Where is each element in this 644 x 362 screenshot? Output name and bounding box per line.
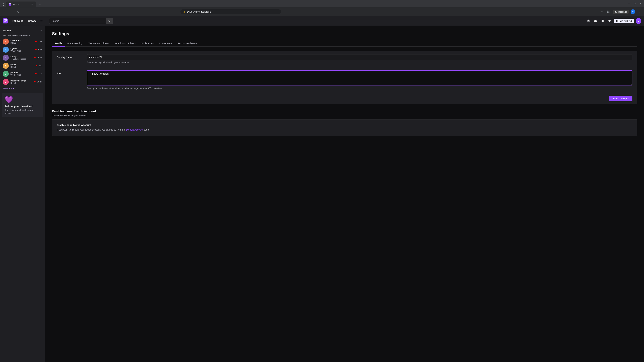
svg-rect-5 [608, 12, 610, 13]
disable-account-link[interactable]: Disable Account [126, 128, 143, 131]
bio-input[interactable]: I'm here to stream! [87, 70, 632, 85]
promo-subtitle: They'll show up here for easy access! [5, 109, 40, 115]
tab-profile[interactable]: Profile [52, 40, 65, 47]
live-dot-joshseki [35, 73, 36, 74]
live-dot-betboom [34, 81, 36, 82]
tab-title: Twitch [13, 3, 29, 6]
nav-more[interactable]: ••• [39, 18, 44, 23]
channel-name-k3soju: k3soju [10, 55, 32, 58]
show-more-btn[interactable]: Show More [0, 86, 45, 91]
channel-info-betboom: betboom_eng2 Dota 2 [10, 79, 32, 84]
svg-marker-11 [608, 19, 611, 22]
svg-line-10 [110, 21, 111, 22]
new-tab-btn[interactable]: + [38, 2, 42, 7]
get-ad-free-btn[interactable]: Get Ad-Free [614, 18, 634, 23]
channel-name-betboom: betboom_eng2 [10, 79, 32, 82]
channel-avatar-yowe: Y [3, 63, 9, 69]
settings-title: Settings [52, 31, 637, 36]
disable-title: Disabling Your Twitch Account [52, 110, 637, 113]
tab-bar: ❮ Twitch ✕ + — ❐ ✕ [0, 0, 644, 7]
browser-chrome: ❮ Twitch ✕ + — ❐ ✕ ← → ↻ 🔒 twitch.tv/set… [0, 0, 644, 16]
window-controls: — ❐ ✕ [626, 2, 643, 6]
notifications-btn[interactable] [586, 18, 591, 24]
close-window-btn[interactable]: ✕ [638, 2, 643, 5]
reload-btn[interactable]: ↻ [16, 9, 21, 14]
channel-viewers-joshseki: 1.2K [38, 72, 42, 75]
maximize-btn[interactable]: ❐ [632, 2, 637, 5]
channel-game-kukudota2: Dota 2 [10, 42, 34, 44]
channel-avatar-betboom: B [3, 79, 9, 85]
channel-info-yowe: yowe Dota 2 [10, 63, 34, 68]
display-name-label: Display Name [57, 54, 87, 59]
twitch-app: Following Browse ••• G [0, 16, 644, 362]
header-actions: Get Ad-Free M [586, 18, 641, 24]
back-btn[interactable]: ← [2, 9, 8, 14]
header-nav: Following Browse ••• [10, 18, 44, 23]
user-avatar[interactable]: M [636, 18, 641, 24]
loot-btn[interactable] [607, 18, 612, 24]
tab-arrow-left[interactable]: ❮ [1, 2, 5, 6]
address-text: twitch.tv/settings/profile [187, 10, 278, 13]
live-dot-kukudota2 [35, 41, 36, 42]
for-you-title: For You [3, 29, 11, 32]
twitch-logo[interactable] [3, 18, 8, 23]
content-area: Settings Profile Prime Gaming Channel an… [45, 26, 644, 362]
promo-heart-icon: 💜 [5, 96, 40, 104]
address-bar[interactable]: 🔒 twitch.tv/settings/profile [180, 9, 281, 14]
channel-viewers-yowe: 803 [39, 64, 42, 67]
star-btn[interactable]: ☆ [599, 9, 604, 14]
tab-security-and-privacy[interactable]: Security and Privacy [112, 40, 138, 47]
incognito-btn[interactable]: Incognito [613, 10, 628, 14]
sidebar-channel-kyedae[interactable]: K Kyedae VALORANT 9.7K [0, 45, 45, 54]
sidebar-channel-joshseki[interactable]: J joshseki VALORANT 1.2K [0, 70, 45, 78]
lock-icon: 🔒 [183, 10, 186, 13]
disable-text-after: page. [143, 128, 150, 131]
svg-rect-14 [616, 21, 617, 22]
nav-following[interactable]: Following [10, 18, 25, 23]
menu-dots[interactable]: ⋮ [637, 9, 642, 14]
sidebar-channel-kukudota2[interactable]: K kukudota2 Dota 2 1.7K [0, 37, 45, 45]
active-tab[interactable]: Twitch ✕ [6, 1, 36, 7]
tab-notifications[interactable]: Notifications [138, 40, 156, 47]
twitch-logo-icon [3, 18, 8, 23]
sidebar-channel-betboom[interactable]: B betboom_eng2 Dota 2 18.5K [0, 78, 45, 86]
user-initials: M [638, 20, 639, 22]
sidebar: For You ← RECOMMENDED CHANNELS K kukudot… [0, 26, 45, 362]
bio-row: Bio I'm here to stream! Description for … [52, 67, 637, 93]
svg-rect-12 [616, 20, 617, 21]
tab-recommendations[interactable]: Recommendations [175, 40, 200, 47]
tab-close-btn[interactable]: ✕ [30, 3, 34, 6]
channel-game-joshseki: VALORANT [10, 74, 34, 76]
browser-profile[interactable]: G [630, 9, 635, 14]
tab-channel-and-videos[interactable]: Channel and Videos [85, 40, 112, 47]
tab-connections[interactable]: Connections [156, 40, 175, 47]
svg-rect-4 [607, 12, 608, 13]
save-row: Save Changes [52, 93, 637, 104]
sidebar-channel-yowe[interactable]: Y yowe Dota 2 803 [0, 62, 45, 70]
svg-rect-7 [5, 20, 5, 21]
sidebar-channel-k3soju[interactable]: K k3soju Teamfight Tactics 15.7K [0, 54, 45, 62]
channel-game-yowe: Dota 2 [10, 66, 34, 68]
disable-text-before: If you want to disable your Twitch accou… [57, 128, 126, 131]
sidebar-collapse-btn[interactable]: ← [40, 29, 42, 32]
channel-info-kukudota2: kukudota2 Dota 2 [10, 39, 34, 44]
forward-btn[interactable]: → [9, 9, 14, 14]
live-dot-k3soju [34, 57, 36, 58]
display-name-input[interactable] [87, 54, 632, 60]
get-ad-free-label: Get Ad-Free [620, 19, 632, 22]
display-name-field: Customize capitalization for your userna… [87, 54, 632, 63]
inbox-btn[interactable] [593, 18, 598, 24]
disable-card-title: Disable Your Twitch Account [57, 123, 632, 126]
extension-btn[interactable] [606, 9, 611, 14]
search-submit-btn[interactable] [106, 18, 113, 24]
channel-name-kukudota2: kukudota2 [10, 39, 34, 42]
svg-rect-13 [618, 20, 618, 21]
settings-tabs: Profile Prime Gaming Channel and Videos … [52, 40, 637, 47]
nav-browse[interactable]: Browse [26, 18, 38, 23]
channel-game-kyedae: VALORANT [10, 50, 34, 52]
bookmarks-btn[interactable] [600, 18, 606, 24]
minimize-btn[interactable]: — [626, 2, 631, 5]
tab-prime-gaming[interactable]: Prime Gaming [65, 40, 85, 47]
save-changes-btn[interactable]: Save Changes [609, 96, 632, 101]
search-input[interactable] [49, 18, 113, 24]
